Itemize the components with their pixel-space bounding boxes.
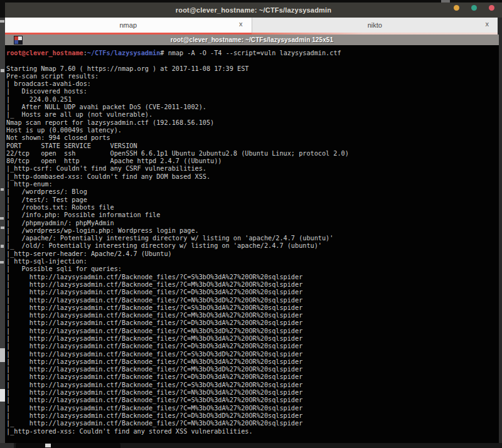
- nmap-scan-output: Starting Nmap 7.60 ( https://nmap.org ) …: [6, 65, 349, 435]
- background-text-fragment: [0, 217, 4, 220]
- taskbar-item-icon: [45, 444, 51, 447]
- close-button[interactable]: [489, 5, 494, 11]
- maximize-button[interactable]: [471, 5, 477, 11]
- tab-bar: nmap x nikto x: [5, 18, 498, 33]
- tab-close-icon[interactable]: x: [486, 20, 489, 28]
- background-window-fragment: [0, 389, 5, 402]
- background-text-fragment: [0, 261, 4, 264]
- background-text-fragment: [1, 188, 4, 191]
- desktop-background-corner: [0, 0, 5, 18]
- background-scrollbar-fragment: [0, 348, 5, 362]
- prompt-user-host: root@clever_hostname: [6, 50, 83, 56]
- window-controls: [454, 0, 494, 15]
- terminal-screen[interactable]: root@clever_hostname:~/CTFs/lazysysadmin…: [5, 45, 499, 443]
- terminal-app-icon: [14, 36, 23, 45]
- background-text-fragment: [0, 20, 4, 23]
- background-text-fragment: [1, 245, 4, 248]
- terminal-titlebar[interactable]: root@clever_hostname: ~/CTFs/lazysysadmi…: [5, 35, 499, 45]
- prompt-path: ~/CTFs/lazysysadmin: [87, 50, 161, 56]
- tab-close-icon[interactable]: x: [239, 20, 243, 28]
- background-text-fragment: [1, 69, 4, 72]
- window-titlebar[interactable]: root@clever_hostname: ~/CTFs/lazysysadmi…: [5, 3, 502, 18]
- taskbar-sliver: [0, 443, 502, 448]
- terminal-output: root@clever_hostname:~/CTFs/lazysysadmin…: [6, 50, 349, 435]
- window-title: root@clever_hostname: ~/CTFs/lazysysadmi…: [176, 6, 331, 14]
- terminal-title: root@clever_hostname: ~/CTFs/lazysysadmi…: [171, 36, 333, 43]
- taskbar-item[interactable]: [16, 443, 120, 448]
- command-text: nmap -A -O -T4 --script=vuln lazysysadmi…: [168, 50, 341, 56]
- background-text-fragment: [1, 227, 4, 229]
- background-window-edge: [0, 18, 5, 443]
- tab-nikto[interactable]: nikto x: [252, 18, 498, 33]
- minimize-button[interactable]: [454, 5, 459, 11]
- taskbar-corner: [0, 443, 14, 448]
- tab-label: nmap: [119, 21, 137, 29]
- tab-label: nikto: [368, 21, 382, 29]
- prompt-symbol: #: [160, 50, 168, 56]
- tab-nmap[interactable]: nmap x: [5, 18, 252, 33]
